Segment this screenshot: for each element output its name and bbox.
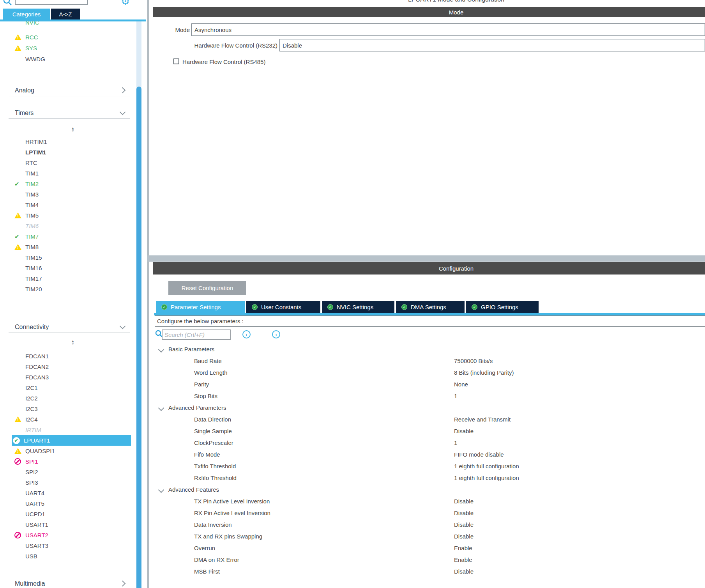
sidebar-item-fdcan3[interactable]: FDCAN3	[13, 372, 131, 383]
stm32cubemx-pinout-config-screen: ⚙ Categories A->Z NVIC ! RCC ! SYS WWDG …	[0, 0, 705, 588]
sidebar-item-i2c3[interactable]: I2C3	[13, 404, 131, 414]
sidebar-item-tim6[interactable]: TIM6	[13, 221, 131, 231]
item-label: SPI2	[25, 469, 38, 475]
sidebar-item-tim3[interactable]: TIM3	[13, 189, 131, 200]
param-value[interactable]: Enable	[454, 554, 472, 565]
horizontal-splitter[interactable]	[147, 255, 705, 262]
sidebar-item-i2c4[interactable]: ! I2C4	[13, 414, 131, 425]
item-label: RCC	[25, 34, 38, 41]
param-value[interactable]: None	[454, 378, 468, 390]
hw-flow-rs232-select[interactable]: Disable	[279, 39, 705, 51]
mode-select[interactable]: Asynchronous	[191, 23, 705, 36]
sidebar-item-hrtim1[interactable]: HRTIM1	[13, 136, 131, 147]
sidebar-item-quadspi1[interactable]: ! QUADSPI1	[13, 446, 131, 456]
param-value[interactable]: 8 Bits (including Parity)	[454, 367, 514, 378]
reset-configuration-button[interactable]: Reset Configuration	[168, 281, 246, 295]
param-name: Rxfifo Threshold	[194, 472, 237, 484]
param-value[interactable]: Disable	[454, 425, 474, 437]
sidebar-item-rtc[interactable]: RTC	[13, 158, 131, 168]
sidebar-item-tim8[interactable]: ! TIM8	[13, 242, 131, 252]
search-previous-button[interactable]: ‹	[242, 330, 251, 338]
param-name: Data Direction	[194, 413, 231, 425]
sidebar-item-usart2[interactable]: USART2	[13, 530, 131, 540]
sidebar-section-multimedia[interactable]: Multimedia	[9, 578, 130, 588]
sidebar-item-tim5[interactable]: ! TIM5	[13, 210, 131, 221]
param-value[interactable]: Disable	[454, 495, 474, 507]
tab-dma-settings[interactable]: ✓ DMA Settings	[396, 301, 465, 313]
sidebar-item-spi1[interactable]: SPI1	[13, 456, 131, 467]
param-value[interactable]: Disable	[454, 519, 474, 530]
search-icon	[2, 0, 12, 6]
sidebar-item-lpuart1-selected[interactable]: ✔ LPUART1	[12, 435, 131, 446]
sidebar-item-fdcan2[interactable]: FDCAN2	[13, 361, 131, 372]
param-row-msb-first: MSB First Disable	[0, 565, 705, 577]
sidebar-item-i2c1[interactable]: I2C1	[13, 383, 131, 393]
sidebar-item-tim16[interactable]: TIM16	[13, 263, 131, 273]
spinner-down-icon[interactable]: ▼	[69, 130, 77, 133]
parameter-search-input[interactable]	[162, 329, 231, 340]
item-label: TIM20	[25, 286, 42, 292]
param-value[interactable]: Enable	[454, 542, 472, 554]
sidebar-item-spi3[interactable]: SPI3	[13, 477, 131, 488]
param-value[interactable]: 7500000 Bits/s	[454, 355, 493, 367]
hw-flow-rs485-checkbox[interactable]	[173, 58, 179, 64]
sidebar-item-tim17[interactable]: TIM17	[13, 273, 131, 284]
sidebar-section-analog[interactable]: Analog	[9, 85, 130, 96]
sidebar-item-spi2[interactable]: SPI2	[13, 467, 131, 477]
sidebar-item-tim7[interactable]: ✔ TIM7	[13, 231, 131, 242]
sidebar-item-irtim[interactable]: IRTIM	[13, 425, 131, 435]
warning-icon: !	[14, 416, 21, 422]
sidebar-item-sys[interactable]: ! SYS	[13, 43, 131, 53]
no-entry-icon	[14, 458, 21, 465]
spinner-down-icon[interactable]: ▼	[69, 343, 77, 345]
sidebar-section-timers[interactable]: Timers	[9, 107, 130, 119]
sidebar-item-tim20[interactable]: TIM20	[13, 284, 131, 294]
param-name: Word Length	[194, 367, 228, 378]
tab-label: Parameter Settings	[171, 304, 221, 310]
item-label: USART2	[25, 532, 48, 538]
sidebar-item-tim4[interactable]: TIM4	[13, 200, 131, 210]
sidebar-item-usb[interactable]: USB	[13, 551, 131, 561]
sidebar-item-tim15[interactable]: TIM15	[13, 252, 131, 263]
param-value[interactable]: 1 eighth full configuration	[454, 472, 519, 484]
list-scroll-spinner[interactable]: ▲ ▼	[69, 340, 77, 345]
sidebar-item-ucpd1[interactable]: UCPD1	[13, 509, 131, 519]
sidebar-item-nvic[interactable]: NVIC	[13, 17, 131, 28]
param-value[interactable]: Receive and Transmit	[454, 413, 511, 425]
param-value[interactable]: 1 eighth full configuration	[454, 460, 519, 472]
param-value[interactable]: 1	[454, 437, 457, 448]
sidebar-item-i2c2[interactable]: I2C2	[13, 393, 131, 404]
param-value[interactable]: FIFO mode disable	[454, 448, 504, 460]
sidebar-item-tim2[interactable]: ✔ TIM2	[13, 179, 131, 189]
sidebar-item-lptim1[interactable]: LPTIM1	[13, 147, 131, 158]
tab-nvic-settings[interactable]: ✓ NVIC Settings	[322, 301, 394, 313]
sidebar-item-uart4[interactable]: UART4	[13, 488, 131, 498]
tab-parameter-settings[interactable]: ✓ Parameter Settings	[156, 301, 245, 313]
param-value[interactable]: Disable	[454, 565, 474, 577]
param-name: Overrun	[194, 542, 215, 554]
tab-user-constants[interactable]: ✓ User Constants	[246, 301, 320, 313]
sidebar-item-fdcan1[interactable]: FDCAN1	[13, 351, 131, 361]
sidebar-item-uart5[interactable]: UART5	[13, 498, 131, 509]
param-name: Txfifo Threshold	[194, 460, 236, 472]
section-label: Timers	[15, 110, 34, 117]
sidebar-item-tim1[interactable]: TIM1	[13, 168, 131, 179]
param-value[interactable]: Disable	[454, 507, 474, 519]
sidebar-section-connectivity[interactable]: Connectivity	[9, 321, 130, 333]
item-label: I2C1	[25, 384, 38, 391]
item-label: TIM6	[25, 223, 39, 229]
sidebar-item-usart1[interactable]: USART1	[13, 519, 131, 530]
sidebar-item-rcc[interactable]: ! RCC	[13, 32, 131, 43]
list-scroll-spinner[interactable]: ▲ ▼	[69, 127, 77, 133]
gear-icon[interactable]: ⚙	[121, 0, 130, 6]
tab-gpio-settings[interactable]: ✓ GPIO Settings	[466, 301, 539, 313]
check-icon: ✔	[14, 181, 19, 188]
sidebar-item-wwdg[interactable]: WWDG	[13, 54, 131, 64]
param-value[interactable]: 1	[454, 390, 457, 402]
tab-check-icon: ✓	[327, 304, 333, 310]
peripheral-search-input[interactable]	[15, 0, 88, 5]
mode-field-label: Mode	[153, 23, 190, 36]
param-value[interactable]: Disable	[454, 530, 474, 542]
sidebar-item-usart3[interactable]: USART3	[13, 540, 131, 551]
search-next-button[interactable]: ›	[272, 330, 280, 338]
